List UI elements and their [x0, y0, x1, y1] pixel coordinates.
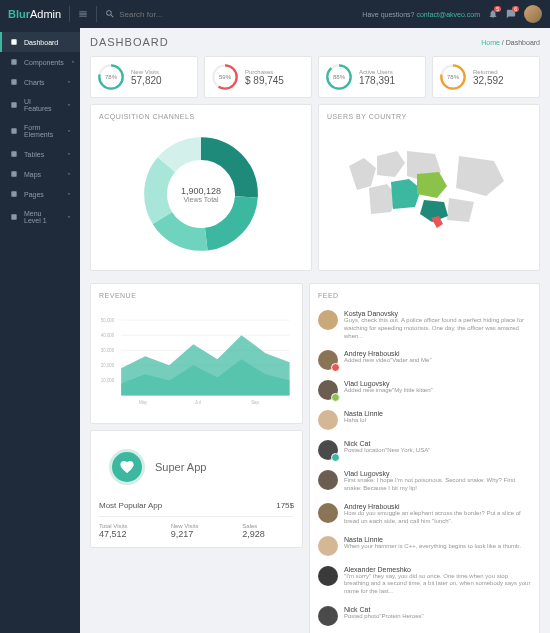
nav-icon [10, 213, 18, 221]
nav-icon [10, 58, 18, 66]
feed-avatar [318, 606, 338, 626]
svg-rect-5 [11, 151, 16, 156]
notif-bell[interactable]: 5 [488, 9, 498, 20]
feed-panel: FEED Kostya DanovskyGuys, check this out… [309, 283, 540, 633]
svg-text:Sep: Sep [251, 400, 259, 405]
menu-icon[interactable] [78, 9, 88, 19]
feed-avatar [318, 503, 338, 523]
feed-item[interactable]: Andrey HrabouskiAdded new video"Vader an… [318, 345, 531, 375]
svg-text:20,000: 20,000 [101, 363, 115, 368]
stat: Total Visits47,512 [99, 523, 151, 539]
crumb-home[interactable]: Home [481, 39, 500, 46]
svg-rect-4 [11, 128, 16, 133]
chevron-down-icon [66, 191, 72, 197]
heart-icon [109, 449, 145, 485]
revenue-panel: REVENUE 10,00020,00030,00040,00050,000Ma… [90, 283, 303, 424]
svg-rect-1 [11, 59, 16, 64]
sidebar-item-maps[interactable]: Maps [0, 164, 80, 184]
sidebar-item-menu-level-1[interactable]: Menu Level 1 [0, 204, 80, 230]
nav-icon [10, 190, 18, 198]
svg-rect-3 [11, 102, 16, 107]
feed-item[interactable]: Vlad LugovskyAdded new image"My little k… [318, 375, 531, 405]
map[interactable] [327, 126, 531, 256]
breadcrumb: Home / Dashboard [481, 39, 540, 46]
main: DASHBOARD Home / Dashboard 78%New Visits… [80, 28, 550, 633]
feed-avatar [318, 566, 338, 586]
search[interactable] [105, 9, 199, 19]
feed-item[interactable]: Nick CatPosted location"New York, USA" [318, 435, 531, 465]
nav-icon [10, 38, 18, 46]
users-panel: USERS BY COUNTRY [318, 104, 540, 271]
kpi-active-users: 88%Active Users178,391 [318, 56, 426, 98]
brand[interactable]: BlurAdmin [8, 8, 61, 20]
feed-avatar [318, 410, 338, 430]
kpi-purchases: 59%Purchases$ 89,745 [204, 56, 312, 98]
chevron-down-icon [66, 79, 72, 85]
feed-avatar [318, 536, 338, 556]
search-input[interactable] [119, 10, 199, 19]
feed-item[interactable]: Andrey HrabouskiHow do you smuggle an el… [318, 498, 531, 531]
feed-avatar [318, 470, 338, 490]
svg-text:May: May [139, 400, 148, 405]
sidebar-item-tables[interactable]: Tables [0, 144, 80, 164]
feed-item[interactable]: Nasta LinnieWhen your hammer is C++, eve… [318, 531, 531, 561]
stat: Sales2,928 [242, 523, 294, 539]
chevron-down-icon [66, 171, 72, 177]
svg-rect-2 [11, 79, 16, 84]
nav-icon [10, 150, 18, 158]
feed-item[interactable]: Nick CatPosted photo"Protein Heroes" [318, 601, 531, 631]
kpi-returned: 78%Returned32,592 [432, 56, 540, 98]
sidebar-item-form-elements[interactable]: Form Elements [0, 118, 80, 144]
sidebar-item-charts[interactable]: Charts [0, 72, 80, 92]
chevron-down-icon [66, 128, 72, 134]
app-name: Super App [155, 461, 206, 473]
svg-text:30,000: 30,000 [101, 348, 115, 353]
nav-icon [10, 127, 18, 135]
chevron-down-icon [70, 59, 76, 65]
sidebar: DashboardComponentsChartsUI FeaturesForm… [0, 28, 80, 633]
feed-avatar [318, 310, 338, 330]
nav-icon [10, 101, 18, 109]
app-panel: Super App Most Popular App175$ Total Vis… [90, 430, 303, 548]
sidebar-item-components[interactable]: Components [0, 52, 80, 72]
feed-avatar [318, 440, 338, 460]
feed-item[interactable]: Vlad LugovskyFirst snake: I hope I'm not… [318, 465, 531, 498]
svg-rect-8 [11, 214, 16, 219]
nav-icon [10, 78, 18, 86]
topbar: BlurAdmin Have questions? contact@akveo.… [0, 0, 550, 28]
svg-text:40,000: 40,000 [101, 333, 115, 338]
feed-item[interactable]: Nasta LinnieHaha lol [318, 405, 531, 435]
feed-item[interactable]: Kostya DanovskyGuys, check this out. A p… [318, 305, 531, 345]
svg-rect-0 [11, 39, 16, 44]
svg-text:Jul: Jul [195, 400, 201, 405]
feed-item[interactable]: Alexander Demeshko"I'm sorry" they say, … [318, 561, 531, 601]
msg-icon-btn[interactable]: 6 [506, 9, 516, 20]
sidebar-item-pages[interactable]: Pages [0, 184, 80, 204]
svg-rect-6 [11, 171, 16, 176]
chevron-down-icon [66, 102, 72, 108]
kpi-new-visits: 78%New Visits57,820 [90, 56, 198, 98]
feed-avatar [318, 350, 338, 370]
revenue-chart: 10,00020,00030,00040,00050,000MayJulSepN… [99, 305, 294, 415]
contact-link[interactable]: contact@akveo.com [416, 11, 480, 18]
sidebar-item-dashboard[interactable]: Dashboard [0, 32, 80, 52]
stat: New Visits9,217 [171, 523, 223, 539]
sidebar-item-ui-features[interactable]: UI Features [0, 92, 80, 118]
nav-icon [10, 170, 18, 178]
chevron-down-icon [66, 214, 72, 220]
feed-avatar [318, 380, 338, 400]
svg-rect-7 [11, 191, 16, 196]
chevron-down-icon [66, 151, 72, 157]
avatar[interactable] [524, 5, 542, 23]
svg-text:50,000: 50,000 [101, 318, 115, 323]
page-title: DASHBOARD [90, 36, 169, 48]
svg-text:10,000: 10,000 [101, 378, 115, 383]
search-icon [105, 9, 115, 19]
acq-panel: ACQUISITION CHANNELS 1,900,128Views Tota… [90, 104, 312, 271]
